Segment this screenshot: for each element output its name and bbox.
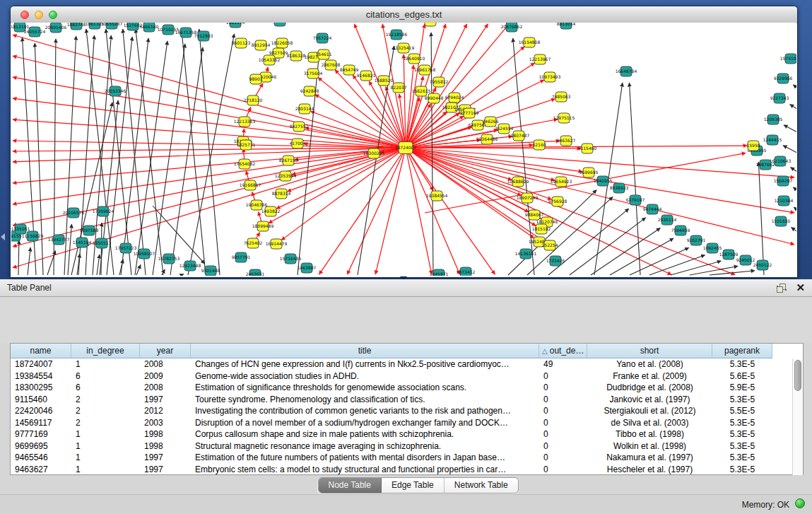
teal-node[interactable]: 14136141 (515, 249, 537, 259)
yellow-node[interactable]: 18907249 (517, 193, 539, 203)
teal-node[interactable]: 24055724 (24, 27, 46, 37)
teal-node[interactable]: 1873412 (457, 267, 476, 276)
yellow-node[interactable]: 20364486 (476, 134, 498, 144)
table-row[interactable]: 2242004622012Investigating the contribut… (11, 405, 792, 417)
yellow-node[interactable]: 11325419 (393, 43, 415, 53)
teal-node[interactable]: 1733426 (546, 256, 565, 266)
yellow-node[interactable]: 8454749 (340, 65, 359, 75)
table-row[interactable]: 946362711997Embryonic stem cells: a mode… (11, 464, 792, 476)
column-header-year[interactable]: year (140, 344, 191, 358)
yellow-node[interactable]: 2718120 (244, 95, 263, 105)
teal-node[interactable]: 1210364 (775, 196, 794, 206)
teal-node[interactable]: 2450122 (753, 260, 772, 270)
teal-node[interactable]: 1569297 (774, 176, 793, 186)
yellow-node[interactable]: 2867608 (322, 60, 341, 70)
yellow-node[interactable]: 8601123 (232, 38, 251, 48)
vertical-scrollbar[interactable] (792, 358, 803, 475)
tab-network-table[interactable]: Network Table (445, 478, 518, 493)
yellow-node[interactable]: 1493822 (261, 206, 281, 216)
yellow-node[interactable]: 18640910 (404, 54, 425, 64)
column-header-pagerank[interactable]: pagerank (712, 344, 772, 358)
network-window[interactable]: citations_edges.txt 18131912405572420891… (10, 6, 798, 278)
yellow-node[interactable]: 8186328 (287, 51, 306, 61)
teal-node[interactable]: 1683174 (226, 23, 245, 28)
yellow-node[interactable]: 16154808 (519, 37, 541, 47)
yellow-node[interactable]: 7955812 (430, 77, 449, 87)
yellow-node[interactable]: 154611 (316, 49, 332, 59)
teal-node[interactable]: 1065421 (271, 23, 290, 26)
scrollbar-thumb[interactable] (794, 360, 801, 391)
yellow-node[interactable]: 2803144 (295, 104, 314, 114)
yellow-node[interactable]: 16914479 (266, 239, 288, 249)
yellow-node[interactable]: 17654082 (234, 159, 256, 169)
teal-node[interactable]: 16648784 (616, 66, 637, 76)
yellow-node[interactable]: 1825731 (237, 140, 256, 150)
teal-node[interactable]: 9329966 (774, 74, 793, 83)
teal-node[interactable]: 1287509 (719, 250, 739, 259)
yellow-node[interactable]: 3175604 (304, 69, 323, 78)
teal-node[interactable]: 20206576 (63, 208, 85, 218)
yellow-node[interactable]: 7485063 (552, 92, 571, 102)
teal-node[interactable]: 20891406 (45, 23, 67, 33)
teal-node[interactable]: 7512803 (194, 31, 213, 41)
yellow-node[interactable]: 8912954 (252, 40, 271, 50)
yellow-node[interactable]: 8878314 (272, 189, 291, 199)
yellow-node[interactable]: 19654923 (551, 177, 572, 187)
teal-node[interactable]: 1883748 (67, 23, 86, 30)
yellow-node[interactable]: 1815182 (532, 224, 551, 234)
yellow-node[interactable]: 10543362 (259, 55, 281, 65)
yellow-node[interactable]: 10807487 (508, 131, 530, 141)
column-header-in_degree[interactable]: in_degree (71, 344, 140, 358)
yellow-node[interactable]: 9756928 (548, 197, 567, 206)
yellow-node[interactable]: 9146821 (357, 71, 376, 81)
table-row[interactable]: 1938455462009Genome-wide association stu… (11, 370, 792, 382)
teal-node[interactable]: 9474444 (643, 204, 662, 214)
yellow-node[interactable]: 3624554 (495, 124, 514, 134)
yellow-node[interactable]: 18099489 (252, 221, 274, 231)
table-row[interactable]: 1872400712008Changes of HCN gene express… (11, 358, 792, 370)
teal-node[interactable]: 1244415 (763, 135, 782, 145)
teal-node[interactable]: 7594959 (671, 226, 690, 235)
tab-node-table[interactable]: Node Table (318, 478, 381, 493)
yellow-node[interactable]: 9115460 (578, 144, 597, 153)
teal-node[interactable]: 19218586 (386, 30, 408, 40)
teal-node[interactable]: 8938923 (610, 183, 629, 193)
table-row[interactable]: 911546021997Tourette syndrome. Phenomeno… (11, 394, 792, 406)
teal-node[interactable]: 6466160 (140, 23, 159, 32)
teal-node[interactable]: 2935114 (658, 215, 677, 225)
window-titlebar[interactable]: citations_edges.txt (11, 6, 797, 23)
yellow-node[interactable]: 252254 (542, 240, 558, 250)
teal-node[interactable]: 15751074 (780, 54, 796, 64)
yellow-node[interactable]: 417004 (290, 139, 306, 148)
yellow-node[interactable]: 15958 (746, 141, 760, 151)
yellow-node[interactable]: 822037 (391, 83, 407, 93)
yellow-node[interactable]: 62160 (532, 140, 546, 150)
yellow-node[interactable]: 8990448 (425, 93, 444, 103)
table-row[interactable]: 969969511998Structural magnetic resonanc… (11, 440, 792, 452)
tab-edge-table[interactable]: Edge Table (382, 478, 445, 493)
yellow-node[interactable]: 18226058 (271, 38, 293, 48)
teal-node[interactable]: 1145194 (73, 238, 92, 247)
network-canvas[interactable]: 1813191240557242089140618837481961325106… (11, 23, 796, 276)
table-row[interactable]: 1456911722003Disruption of a novel membe… (11, 417, 792, 429)
teal-node[interactable]: 12923448 (180, 261, 201, 271)
teal-node[interactable]: 8813014 (557, 23, 576, 29)
teal-node[interactable]: 1463887 (298, 263, 317, 273)
yellow-node[interactable]: 1588520 (375, 76, 394, 86)
yellow-node[interactable]: 9463627 (557, 136, 576, 146)
float-panel-icon[interactable] (777, 284, 787, 293)
teal-node[interactable]: 9857791 (232, 252, 251, 262)
column-header-name[interactable]: name (11, 344, 71, 358)
teal-node[interactable]: 1840955 (594, 176, 613, 186)
teal-node[interactable]: 9227343 (770, 93, 789, 103)
teal-node[interactable]: 9301448 (201, 266, 220, 276)
yellow-node[interactable]: 9699695 (579, 168, 599, 177)
yellow-node[interactable]: 746266 (483, 117, 499, 127)
teal-node[interactable]: 9245012 (736, 255, 755, 265)
table-row[interactable]: 977716911998Corpus callosum shape and si… (11, 428, 792, 440)
column-header-out_de[interactable]: △out_de… (539, 344, 587, 358)
table-row[interactable]: 946554611997Estimation of the future num… (11, 452, 792, 464)
yellow-node[interactable]: 19384554 (426, 191, 448, 201)
close-panel-icon[interactable]: ✕ (796, 281, 805, 294)
teal-node[interactable]: 16782753 (158, 254, 180, 264)
